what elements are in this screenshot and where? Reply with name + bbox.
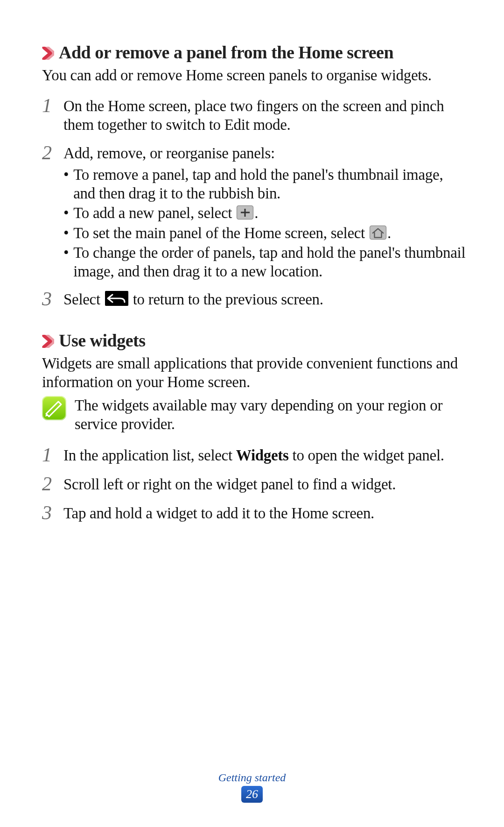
steps-list-1: 1 On the Home screen, place two fingers … xyxy=(42,97,467,310)
step-text: On the Home screen, place two fingers on… xyxy=(63,97,467,134)
bullet-item: •To set the main panel of the Home scree… xyxy=(63,224,467,242)
bullet-text: To set the main panel of the Home screen… xyxy=(73,224,391,242)
footer-label: Getting started xyxy=(0,771,504,784)
step-text: Add, remove, or reorganise panels: •To r… xyxy=(63,144,467,281)
section-description: Widgets are small applications that prov… xyxy=(42,354,467,391)
step-item: 2 Add, remove, or reorganise panels: •To… xyxy=(42,144,467,281)
step-text: Select to return to the previous screen. xyxy=(63,290,467,309)
bold-text: Widgets xyxy=(236,447,289,464)
chevron-icon xyxy=(42,332,54,345)
bullet-list: •To remove a panel, tap and hold the pan… xyxy=(63,165,467,281)
chevron-icon xyxy=(42,43,54,57)
step-number: 2 xyxy=(42,143,56,163)
step-item: 1 In the application list, select Widget… xyxy=(42,446,467,466)
section-heading-add-remove: Add or remove a panel from the Home scre… xyxy=(42,42,467,64)
plus-icon xyxy=(237,205,253,219)
step-intro: Add, remove, or reorganise panels: xyxy=(63,145,275,162)
back-icon xyxy=(105,291,128,306)
step-item: 1 On the Home screen, place two fingers … xyxy=(42,97,467,134)
section-title: Add or remove a panel from the Home scre… xyxy=(59,42,393,64)
step-number: 1 xyxy=(42,445,56,465)
section-heading-use-widgets: Use widgets xyxy=(42,330,467,352)
section-title: Use widgets xyxy=(59,330,146,352)
bullet-item: •To change the order of panels, tap and … xyxy=(63,243,467,281)
step-text: Scroll left or right on the widget panel… xyxy=(63,475,467,494)
bullet-text: To change the order of panels, tap and h… xyxy=(73,243,467,281)
step-text: In the application list, select Widgets … xyxy=(63,446,467,465)
section-description: You can add or remove Home screen panels… xyxy=(42,66,467,85)
bullet-text: To remove a panel, tap and hold the pane… xyxy=(73,165,467,203)
page-number-badge: 26 xyxy=(241,786,263,803)
note-text: The widgets available may vary depending… xyxy=(75,396,467,434)
note-block: The widgets available may vary depending… xyxy=(42,396,467,434)
step-item: 3 Tap and hold a widget to add it to the… xyxy=(42,504,467,523)
steps-list-2: 1 In the application list, select Widget… xyxy=(42,446,467,523)
home-icon xyxy=(370,226,386,240)
step-item: 3 Select to return to the previous scree… xyxy=(42,290,467,310)
bullet-item: •To add a new panel, select . xyxy=(63,204,467,222)
step-number: 3 xyxy=(42,503,56,523)
step-number: 2 xyxy=(42,474,56,494)
step-number: 3 xyxy=(42,289,56,309)
step-item: 2 Scroll left or right on the widget pan… xyxy=(42,475,467,495)
bullet-text: To add a new panel, select . xyxy=(73,204,258,222)
step-number: 1 xyxy=(42,96,56,115)
page-footer: Getting started 26 xyxy=(0,771,504,803)
note-icon xyxy=(42,396,66,420)
step-text: Tap and hold a widget to add it to the H… xyxy=(63,504,467,523)
bullet-item: •To remove a panel, tap and hold the pan… xyxy=(63,165,467,203)
